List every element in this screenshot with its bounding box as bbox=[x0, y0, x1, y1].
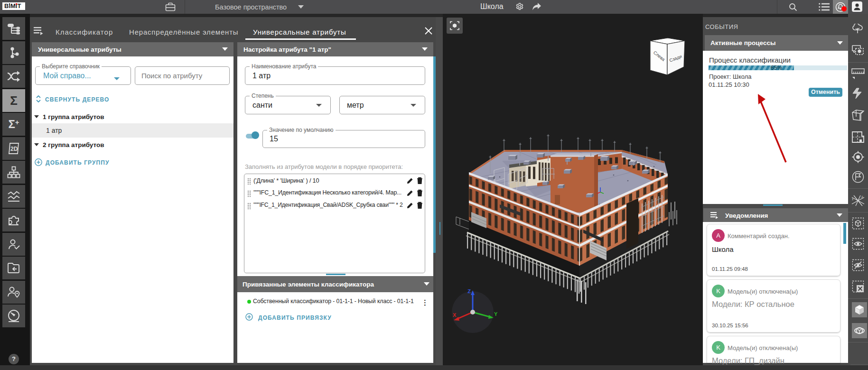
svg-text:X: X bbox=[453, 312, 457, 318]
svg-text:Z: Z bbox=[467, 288, 471, 294]
svg-text:2D: 2D bbox=[10, 146, 18, 152]
svg-text:Y: Y bbox=[494, 311, 497, 317]
